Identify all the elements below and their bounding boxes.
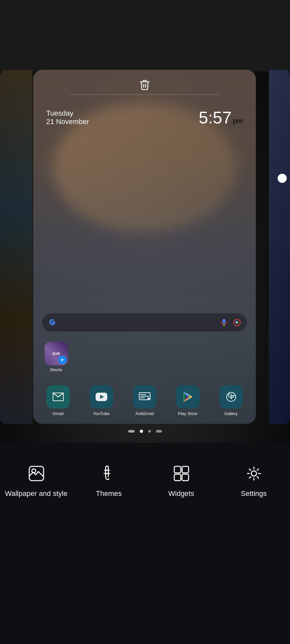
- top-area: [0, 0, 290, 71]
- time-ampm: pm: [233, 117, 243, 125]
- time-display: 5:57 pm: [199, 108, 243, 127]
- themes-label: Themes: [96, 489, 122, 498]
- date-month: 21 November: [46, 118, 89, 126]
- right-screen-peek[interactable]: [269, 70, 290, 424]
- shorts-label: Shorts: [50, 367, 62, 372]
- svg-text:G: G: [50, 320, 54, 325]
- playstore-app[interactable]: Play Store: [170, 385, 206, 416]
- widgets-label: Widgets: [168, 489, 194, 498]
- settings-button[interactable]: Settings: [221, 462, 286, 498]
- app-shortcuts: SUR Shorts: [33, 339, 256, 385]
- home-screen-card: Tuesday 21 November 5:57 pm G: [33, 70, 256, 424]
- shorts-icon[interactable]: SUR: [45, 342, 68, 365]
- toggle-button[interactable]: [278, 174, 287, 183]
- playstore-label: Play Store: [178, 411, 198, 416]
- bottom-bar: Wallpaper and style Themes Widgets: [0, 443, 290, 644]
- shorts-shortcut[interactable]: SUR Shorts: [42, 342, 70, 372]
- svg-rect-29: [174, 474, 181, 481]
- page-indicator: [0, 430, 290, 433]
- nav-dot-add[interactable]: [156, 430, 162, 433]
- ankidroid-app[interactable]: AnkiDroid: [127, 385, 163, 416]
- nav-dot-home[interactable]: [140, 430, 143, 433]
- nav-dot-menu[interactable]: [128, 430, 135, 433]
- ankidroid-label: AnkiDroid: [135, 411, 153, 416]
- lens-search-icon[interactable]: [232, 318, 242, 327]
- left-screen-peek[interactable]: [0, 70, 33, 424]
- themes-icon[interactable]: [98, 462, 120, 485]
- time-value: 5:57: [199, 108, 231, 127]
- divider: [70, 95, 219, 95]
- wallpaper-label: Wallpaper and style: [5, 489, 67, 498]
- date-day: Tuesday: [46, 109, 89, 118]
- shorts-play-badge: [58, 356, 67, 364]
- svg-rect-30: [182, 474, 189, 481]
- svg-point-31: [251, 471, 257, 476]
- gmail-app[interactable]: Gmail: [40, 385, 76, 416]
- widgets-icon[interactable]: [170, 462, 193, 485]
- gmail-label: Gmail: [53, 411, 64, 416]
- gallery-icon[interactable]: [219, 385, 243, 409]
- playstore-icon[interactable]: [176, 385, 200, 409]
- search-actions: [219, 318, 242, 327]
- trash-icon[interactable]: [139, 79, 151, 91]
- nav-dot-page2[interactable]: [148, 430, 151, 433]
- date-display: Tuesday 21 November: [46, 109, 89, 126]
- dock-row: Gmail YouTube: [33, 385, 256, 424]
- google-search-bar[interactable]: G: [42, 313, 247, 332]
- youtube-icon[interactable]: [90, 385, 113, 409]
- gmail-icon[interactable]: [46, 385, 70, 409]
- voice-search-icon[interactable]: [219, 318, 229, 327]
- gallery-label: Gallery: [224, 411, 238, 416]
- themes-button[interactable]: Themes: [76, 462, 141, 498]
- gallery-app[interactable]: Gallery: [213, 385, 249, 416]
- widgets-button[interactable]: Widgets: [149, 462, 214, 498]
- youtube-label: YouTube: [93, 411, 110, 416]
- google-logo: G: [47, 318, 57, 327]
- ankidroid-icon[interactable]: [133, 385, 156, 409]
- youtube-app[interactable]: YouTube: [84, 385, 119, 416]
- wallpaper-icon[interactable]: [25, 462, 48, 485]
- datetime-area: Tuesday 21 November 5:57 pm: [33, 100, 256, 133]
- settings-label: Settings: [241, 489, 267, 498]
- delete-area[interactable]: [33, 70, 256, 100]
- svg-rect-27: [174, 466, 181, 473]
- svg-rect-28: [182, 466, 189, 473]
- settings-icon[interactable]: [243, 462, 265, 485]
- wallpaper-button[interactable]: Wallpaper and style: [4, 462, 69, 498]
- svg-marker-6: [61, 359, 64, 361]
